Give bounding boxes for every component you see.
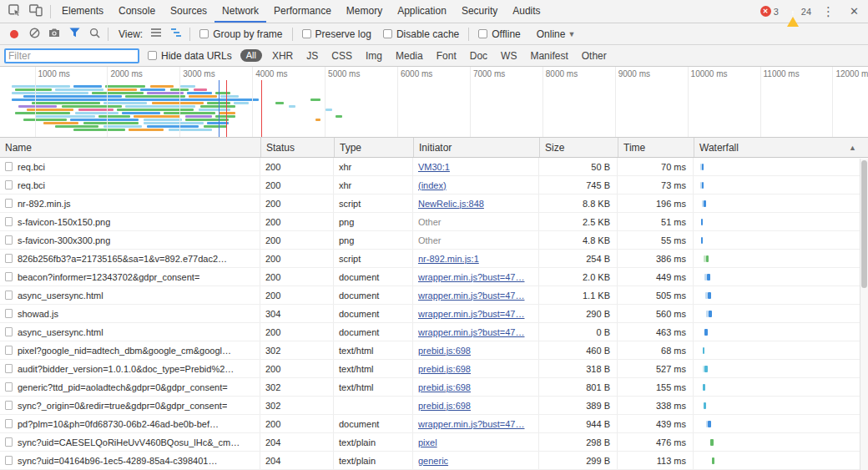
name-cell[interactable]: pd?plm=10&ph=0fd68730-06b2-46ad-be0b-bef… — [0, 415, 260, 432]
request-initiator[interactable]: pixel — [418, 437, 437, 447]
request-initiator[interactable]: prebid.js:698 — [418, 382, 471, 392]
filter-type-manifest[interactable]: Manifest — [530, 50, 568, 62]
name-cell[interactable]: pixel?google_nid=adtech_dbm&google_cm&go… — [0, 341, 260, 359]
name-cell[interactable]: req.bci — [0, 158, 260, 175]
offline-option[interactable]: Offline — [478, 28, 520, 40]
name-cell[interactable]: 826b256fb3?a=21735165&sa=1&v=892.e77dac2… — [0, 250, 260, 267]
table-row[interactable]: s-favicon-150x150.png 200 png Other 2.5 … — [0, 213, 868, 231]
name-cell[interactable]: s-favicon-150x150.png — [0, 213, 260, 230]
tab-console[interactable]: Console — [111, 0, 163, 23]
request-initiator[interactable]: wrapper.min.js?bust=47… — [418, 419, 524, 429]
name-cell[interactable]: showad.js — [0, 305, 260, 322]
name-cell[interactable]: sync?uid=04164b96-1ec5-4289-85a4-c398401… — [0, 452, 260, 469]
table-row[interactable]: async_usersync.html 200 document wrapper… — [0, 286, 868, 305]
disable-cache-option[interactable]: Disable cache — [383, 28, 459, 40]
column-header-name[interactable]: Name — [0, 138, 260, 157]
scrollbar[interactable] — [860, 159, 868, 470]
device-toolbar-button[interactable] — [25, 2, 47, 22]
name-cell[interactable]: req.bci — [0, 176, 260, 194]
filter-type-img[interactable]: Img — [366, 50, 382, 62]
table-row[interactable]: pixel?google_nid=adtech_dbm&google_cm&go… — [0, 341, 868, 360]
screenshot-button[interactable] — [44, 25, 64, 43]
tab-application[interactable]: Application — [390, 0, 454, 23]
tab-network[interactable]: Network — [214, 0, 266, 23]
request-initiator[interactable]: wrapper.min.js?bust=47… — [418, 291, 524, 301]
record-button[interactable] — [4, 25, 24, 43]
tab-audits[interactable]: Audits — [505, 0, 548, 23]
tab-performance[interactable]: Performance — [266, 0, 339, 23]
preserve-log-checkbox[interactable] — [302, 29, 311, 38]
column-header-time[interactable]: Time — [618, 138, 694, 157]
filter-type-js[interactable]: JS — [306, 50, 318, 62]
table-row[interactable]: audit?bidder_version=1.0.1.0&doc_type=Pr… — [0, 360, 868, 378]
request-initiator[interactable]: VM30:1 — [418, 162, 450, 172]
tab-memory[interactable]: Memory — [339, 0, 390, 23]
table-row[interactable]: s-favicon-300x300.png 200 png Other 4.8 … — [0, 231, 868, 250]
request-initiator[interactable]: NewRelic.js:848 — [418, 199, 484, 209]
throttling-dropdown[interactable]: Online ▼ — [537, 28, 576, 40]
request-initiator[interactable]: (index) — [418, 180, 447, 190]
overview-chart[interactable] — [0, 80, 868, 137]
column-header-initiator[interactable]: Initiator — [413, 138, 539, 157]
request-initiator[interactable]: wrapper.min.js?bust=47… — [418, 309, 524, 319]
table-row[interactable]: beacon?informer=12343702&gdpr_consent= 2… — [0, 268, 868, 286]
column-header-waterfall[interactable]: Waterfall ▲ — [694, 138, 868, 157]
name-cell[interactable]: sync?uid=CAESELQoRiHeUvV460BQosu_lHc&_cm… — [0, 433, 260, 451]
hide-data-urls-option[interactable]: Hide data URLs — [148, 50, 232, 62]
request-initiator[interactable]: wrapper.min.js?bust=47… — [418, 327, 524, 337]
table-row[interactable]: nr-892.min.js 200 script NewRelic.js:848… — [0, 195, 868, 213]
filter-type-ws[interactable]: WS — [501, 50, 517, 62]
name-cell[interactable]: beacon?informer=12343702&gdpr_consent= — [0, 268, 260, 286]
name-cell[interactable]: nr-892.min.js — [0, 195, 260, 212]
name-cell[interactable]: audit?bidder_version=1.0.1.0&doc_type=Pr… — [0, 360, 260, 377]
request-initiator[interactable]: nr-892.min.js:1 — [418, 254, 479, 264]
name-cell[interactable]: s-favicon-300x300.png — [0, 231, 260, 249]
column-header-size[interactable]: Size — [539, 138, 618, 157]
filter-type-all[interactable]: All — [240, 49, 262, 62]
request-initiator[interactable]: wrapper.min.js?bust=47… — [418, 272, 524, 282]
error-badge[interactable]: ✕ 3 — [760, 6, 779, 17]
column-header-type[interactable]: Type — [334, 138, 413, 157]
column-header-status[interactable]: Status — [260, 138, 334, 157]
clear-button[interactable] — [24, 25, 44, 43]
sort-ascending-icon[interactable]: ▲ — [849, 144, 856, 152]
inspect-element-button[interactable] — [3, 2, 25, 22]
table-row[interactable]: sync?_origin=0&redir=true&gdpr=0&gdpr_co… — [0, 397, 868, 415]
table-row[interactable]: generic?ttd_pid=aoladtech&gdpr=0&gdpr_co… — [0, 378, 868, 397]
request-initiator[interactable]: generic — [418, 456, 448, 466]
group-by-frame-option[interactable]: Group by frame — [199, 28, 282, 40]
name-cell[interactable]: generic?ttd_pid=aoladtech&gdpr=0&gdpr_co… — [0, 378, 260, 396]
filter-type-font[interactable]: Font — [437, 50, 457, 62]
preserve-log-option[interactable]: Preserve log — [302, 28, 371, 40]
filter-type-css[interactable]: CSS — [331, 50, 352, 62]
table-row[interactable]: sync?uid=04164b96-1ec5-4289-85a4-c398401… — [0, 452, 868, 470]
table-row[interactable]: sync?uid=CAESELQoRiHeUvV460BQosu_lHc&_cm… — [0, 433, 868, 452]
table-row[interactable]: pd?plm=10&ph=0fd68730-06b2-46ad-be0b-bef… — [0, 415, 868, 433]
table-row[interactable]: showad.js 304 document wrapper.min.js?bu… — [0, 305, 868, 323]
filter-type-media[interactable]: Media — [396, 50, 423, 62]
offline-checkbox[interactable] — [478, 29, 487, 38]
overflow-menu-icon[interactable]: ⋮ — [820, 4, 837, 19]
overview-strip[interactable]: 1000 ms2000 ms3000 ms4000 ms5000 ms6000 … — [0, 67, 868, 138]
show-overview-button[interactable] — [166, 25, 186, 43]
request-initiator[interactable]: prebid.js:698 — [418, 364, 471, 374]
filter-toggle-button[interactable] — [64, 25, 84, 43]
group-by-frame-checkbox[interactable] — [199, 29, 209, 38]
name-cell[interactable]: async_usersync.html — [0, 286, 260, 304]
table-row[interactable]: 826b256fb3?a=21735165&sa=1&v=892.e77dac2… — [0, 250, 868, 268]
tab-sources[interactable]: Sources — [163, 0, 214, 23]
filter-type-doc[interactable]: Doc — [470, 50, 487, 62]
search-button[interactable] — [84, 25, 104, 43]
table-row[interactable]: req.bci 200 xhr (index) 745 B 73 ms — [0, 176, 868, 195]
disable-cache-checkbox[interactable] — [383, 29, 392, 38]
table-row[interactable]: async_usersync.html 200 document wrapper… — [0, 323, 868, 341]
tab-security[interactable]: Security — [454, 0, 505, 23]
warning-badge[interactable]: ! 24 — [787, 7, 811, 17]
name-cell[interactable]: sync?_origin=0&redir=true&gdpr=0&gdpr_co… — [0, 397, 260, 414]
scrollbar-thumb[interactable] — [861, 160, 867, 288]
tab-elements[interactable]: Elements — [54, 0, 111, 23]
hide-data-urls-checkbox[interactable] — [148, 51, 157, 60]
close-icon[interactable]: ✕ — [845, 5, 863, 18]
table-row[interactable]: req.bci 200 xhr VM30:1 50 B 70 ms — [0, 158, 868, 176]
filter-type-xhr[interactable]: XHR — [272, 50, 293, 62]
